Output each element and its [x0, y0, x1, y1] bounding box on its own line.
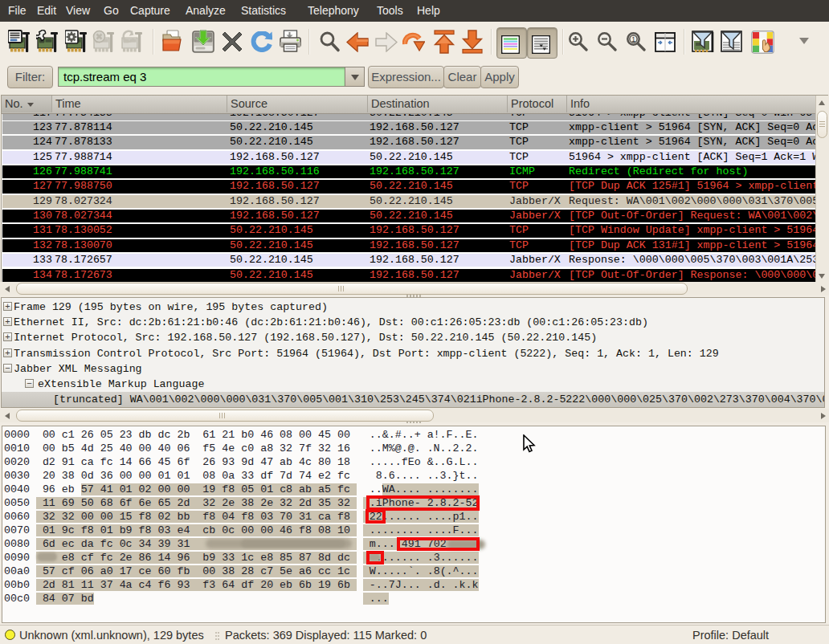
- svg-text:1: 1: [631, 35, 635, 43]
